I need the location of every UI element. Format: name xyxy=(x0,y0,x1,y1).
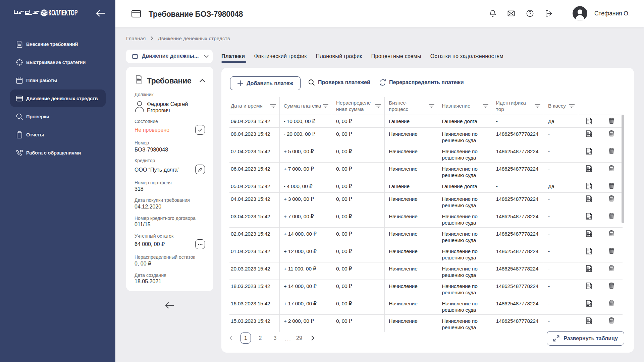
svg-text:КОЛЛЕКТОР: КОЛЛЕКТОР xyxy=(49,8,78,17)
